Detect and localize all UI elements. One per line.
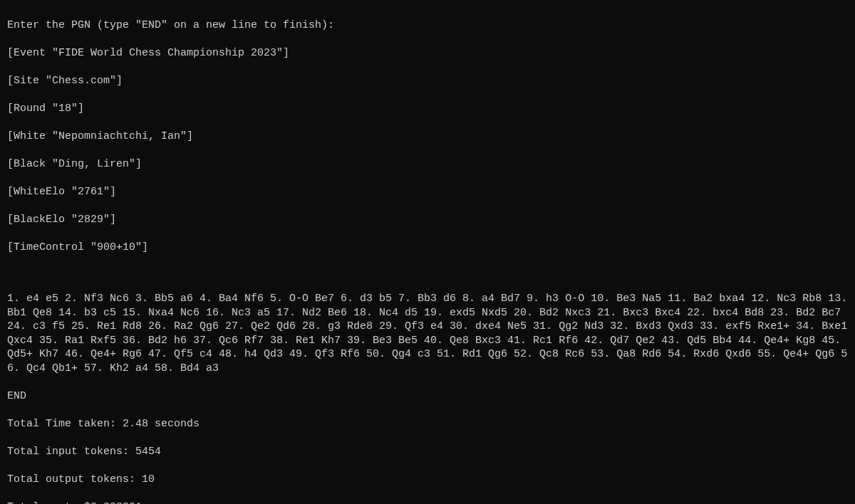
stat-time: Total Time taken: 2.48 seconds bbox=[7, 417, 848, 431]
pgn-header: [White "Nepomniachtchi, Ian"] bbox=[7, 130, 848, 144]
pgn-header: [Black "Ding, Liren"] bbox=[7, 157, 848, 172]
pgn-header: [BlackElo "2829"] bbox=[7, 213, 848, 227]
pgn-header: [Round "18"] bbox=[7, 102, 848, 116]
terminal-output: Enter the PGN (type "END" on a new line … bbox=[0, 0, 855, 504]
stat-output-tokens: Total output tokens: 10 bbox=[7, 473, 848, 487]
pgn-header: [Site "Chess.com"] bbox=[7, 74, 848, 88]
end-marker: END bbox=[7, 389, 848, 404]
pgn-header: [WhiteElo "2761"] bbox=[7, 185, 848, 199]
pgn-moves: 1. e4 e5 2. Nf3 Nc6 3. Bb5 a6 4. Ba4 Nf6… bbox=[7, 292, 848, 375]
pgn-header: [TimeControl "900+10"] bbox=[7, 241, 848, 255]
pgn-prompt: Enter the PGN (type "END" on a new line … bbox=[7, 19, 848, 33]
stat-input-tokens: Total input tokens: 5454 bbox=[7, 445, 848, 459]
stat-cost: Total cost: $0.008201 bbox=[7, 500, 848, 505]
pgn-header: [Event "FIDE World Chess Championship 20… bbox=[7, 46, 848, 61]
